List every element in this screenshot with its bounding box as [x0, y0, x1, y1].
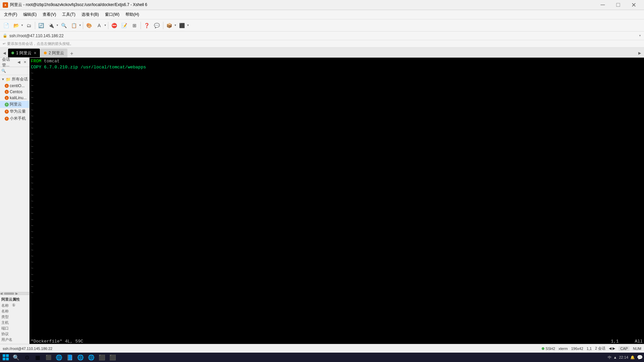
address-bar: 🔒 ssh://root@47.110.145.186:22 ▼ — [0, 32, 644, 40]
sidebar-close-button[interactable]: ✕ — [22, 59, 27, 65]
prop-username: 用户名 — [1, 337, 28, 343]
menu-file[interactable]: 文件(F) — [1, 11, 20, 18]
tilde-20: ~ — [31, 186, 643, 192]
toolbar-new[interactable]: 📄 — [1, 21, 11, 30]
taskbar-files[interactable]: ▦ — [33, 353, 42, 362]
sidebar-search-input[interactable] — [7, 69, 30, 73]
sidebar-item-aliyun[interactable]: S 阿里云 — [0, 101, 29, 108]
arrow-left-icon: ↵ — [3, 42, 6, 46]
toolbar-grid[interactable]: ⊞ — [130, 21, 139, 30]
menu-view[interactable]: 查看(V) — [40, 11, 59, 18]
sidebar-fold-button[interactable]: ◀ — [16, 59, 21, 65]
sep4 — [141, 22, 141, 29]
tab-1-阿里云[interactable]: 1 阿里云 ✕ — [8, 49, 40, 57]
menu-tools[interactable]: 工具(T) — [59, 11, 78, 18]
taskbar-app2[interactable]: ⬛ — [97, 353, 107, 362]
tilde-8: ~ — [31, 113, 643, 119]
scroll-thumb[interactable] — [4, 293, 14, 295]
toolbar-refresh[interactable]: 🔄 — [37, 21, 46, 30]
prop-type: 类型 — [1, 314, 28, 320]
tilde-9: ~ — [31, 119, 643, 125]
terminal-cmd-tomcat: tomcat — [41, 59, 60, 64]
toolbar-compose[interactable]: 📝 — [120, 21, 129, 30]
tilde-15: ~ — [31, 156, 643, 162]
tab1-close[interactable]: ✕ — [34, 51, 37, 55]
session-icon: S — [5, 110, 9, 114]
tab-add-button[interactable]: + — [68, 50, 75, 57]
title-bar-left: X 阿里云 - root@izbp1hs9oazvkckovfq3soz:/us… — [3, 2, 147, 8]
status-ssh-badge: SSH2 — [542, 347, 555, 351]
session-icon: S — [5, 84, 9, 88]
sidebar-tree: ▼ 📁 所有会话 S centiO... S Centos S kaliLinu… — [0, 75, 29, 292]
sidebar-search[interactable]: 🔍 — [0, 67, 29, 75]
taskbar-task-view[interactable]: ⊙ — [22, 353, 32, 362]
taskbar-browser3[interactable]: 🌐 — [87, 353, 96, 362]
session-icon: S — [5, 117, 9, 121]
status-cap: CAP — [619, 346, 630, 351]
tab-scroll-right[interactable]: ▶ — [637, 49, 643, 57]
toolbar-transfer-group[interactable]: 📦 ▼ — [165, 21, 177, 30]
tab1-label: 1 阿里云 — [16, 50, 32, 56]
address-arrow: ▼ — [639, 34, 641, 37]
toolbar-layout[interactable]: ⬛ — [177, 21, 187, 30]
taskbar-browser2[interactable]: 🌐 — [76, 353, 85, 362]
toolbar-chat[interactable]: 💬 — [152, 21, 162, 30]
toolbar-font[interactable]: A — [95, 21, 104, 30]
toolbar-open-group[interactable]: 📂 ▼ — [11, 21, 23, 30]
taskbar-vscode[interactable]: 📘 — [65, 353, 74, 362]
menu-help[interactable]: 帮助(H) — [123, 11, 142, 18]
toolbar-connect-group[interactable]: 🔌 ▼ — [47, 21, 59, 30]
transfer-arrow: ▼ — [174, 24, 177, 27]
sidebar-item-kali[interactable]: S kaliLinu... — [0, 95, 29, 101]
sidebar-item-all-sessions[interactable]: ▼ 📁 所有会话 — [0, 76, 29, 83]
sidebar-item-centos2[interactable]: S Centos — [0, 89, 29, 95]
toolbar-layout-group[interactable]: ⬛ ▼ — [177, 21, 190, 30]
toolbar-sessions[interactable]: 🗂 — [24, 21, 34, 30]
tilde-13: ~ — [31, 144, 643, 150]
tilde-33: ~ — [31, 265, 643, 272]
prop-label: 协议 — [1, 331, 11, 337]
toolbar-connect[interactable]: 🔌 — [47, 21, 56, 30]
tilde-3: ~ — [31, 83, 643, 89]
tilde-31: ~ — [31, 253, 643, 259]
taskbar-search-button[interactable]: 🔍 — [11, 353, 21, 362]
toolbar-color-group[interactable]: A ▼ — [95, 21, 107, 30]
taskbar-notify[interactable]: 🔔 — [630, 355, 635, 360]
taskbar-chat-icon[interactable]: 💬 — [637, 355, 643, 360]
minimize-button[interactable]: ─ — [595, 0, 610, 10]
toolbar-open[interactable]: 📂 — [11, 21, 21, 30]
taskbar-browser1[interactable]: 🌐 — [54, 353, 64, 362]
hint-text: 要添加当前会话，点击左侧的箭头按钮。 — [7, 41, 73, 46]
toolbar-color[interactable]: 🎨 — [85, 21, 94, 30]
toolbar-transfer[interactable]: 📦 — [165, 21, 174, 30]
sidebar-item-centos1[interactable]: S centiO... — [0, 83, 29, 89]
toolbar-capture-group[interactable]: 📋 ▼ — [69, 21, 82, 30]
session-label: centiO... — [10, 83, 25, 88]
tab-scroll-left[interactable]: ◀ — [1, 49, 7, 57]
terminal[interactable]: FROM tomcat COPY 6.7.0.210.zip /usr/loca… — [30, 58, 644, 344]
session-icon: S — [5, 96, 9, 100]
sidebar-item-xiaomi[interactable]: S 小米手机 — [0, 115, 29, 122]
toolbar-stop[interactable]: ⛔ — [110, 21, 119, 30]
menu-window[interactable]: 窗口(W) — [102, 11, 122, 18]
close-button[interactable]: ✕ — [626, 0, 641, 10]
win-icon-bl — [3, 358, 6, 361]
folder-icon: 📁 — [6, 77, 11, 82]
menu-edit[interactable]: 编辑(E) — [20, 11, 39, 18]
tilde-16: ~ — [31, 162, 643, 168]
terminal-line-1: FROM tomcat — [31, 58, 643, 64]
taskbar-app3[interactable]: ⬛ — [108, 353, 117, 362]
sidebar-scrollbar[interactable]: ◀ ▶ — [0, 292, 29, 295]
taskbar-app1[interactable]: ⬛ — [44, 353, 53, 362]
maximize-button[interactable]: □ — [610, 0, 626, 10]
taskbar-up-arrow[interactable]: ▲ — [613, 355, 617, 359]
toolbar-search[interactable]: 🔍 — [59, 21, 69, 30]
tab-2-阿里云[interactable]: 2 阿里云 — [41, 49, 67, 57]
menu-tabs[interactable]: 选项卡(B) — [79, 11, 102, 18]
start-button[interactable] — [1, 353, 10, 362]
toolbar-help[interactable]: ❓ — [142, 21, 152, 30]
sidebar-item-huawei[interactable]: S 华为云量 — [0, 108, 29, 115]
prop-label: 名称 — [1, 303, 11, 308]
toolbar-capture[interactable]: 📋 — [69, 21, 79, 30]
main-layout: 会话管... ◀ ✕ 🔍 ▼ 📁 所有会话 S centiO... S Cent… — [0, 58, 644, 344]
